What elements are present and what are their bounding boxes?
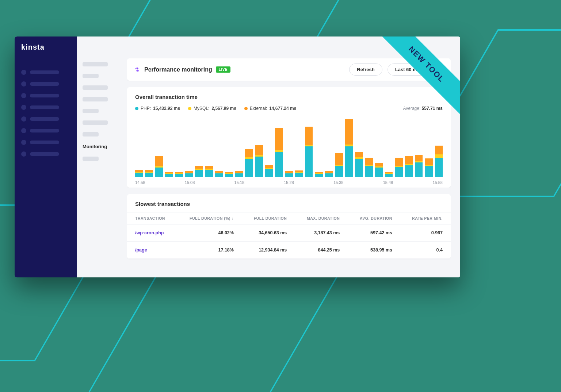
chart-title: Overall transaction time: [135, 94, 443, 100]
col-avg-duration[interactable]: AVG. DURATION: [348, 212, 400, 224]
cell-transaction[interactable]: /wp-cron.php: [127, 224, 177, 242]
chart-bar: [185, 171, 193, 177]
chart-bar: [345, 119, 353, 177]
chart-bar: [135, 170, 143, 177]
subnav-item[interactable]: [83, 62, 108, 66]
chart-bar: [335, 153, 343, 177]
subnav-item-monitoring[interactable]: Monitoring: [83, 144, 118, 149]
live-badge: LIVE: [216, 66, 230, 73]
table-header-row: TRANSACTION FULL DURATION (%) ↓ FULL DUR…: [127, 212, 451, 224]
chart-bar: [295, 170, 303, 177]
col-rate[interactable]: RATE PER MIN.: [400, 212, 451, 224]
subnav-item[interactable]: [83, 109, 99, 113]
legend-ext-value: 14,677.24 ms: [269, 106, 296, 111]
chart-bar: [205, 166, 213, 177]
chart-bar: [285, 171, 293, 177]
subnav-item[interactable]: [83, 97, 108, 101]
chart-bar: [365, 158, 373, 177]
chart-bar: [275, 128, 283, 177]
cell-rate: 0.4: [400, 242, 451, 259]
sidebar-item[interactable]: [21, 70, 70, 75]
cell-full-duration: 34,650.63 ms: [242, 224, 295, 242]
cell-avg-duration: 597.42 ms: [348, 224, 400, 242]
x-tick: 15:18: [234, 180, 244, 185]
toolbar-title: Performance monitoring: [144, 66, 212, 73]
subnav-item[interactable]: [83, 157, 99, 161]
col-max-duration[interactable]: MAX. DURATION: [295, 212, 348, 224]
chart-bar: [325, 171, 333, 177]
chart-bar: [235, 171, 243, 177]
sidebar-secondary: Monitoring: [77, 36, 124, 277]
chart-bar: [415, 155, 423, 177]
legend-ext-label: External:: [250, 106, 267, 111]
brand-logo: kinsta: [21, 43, 70, 51]
sidebar-nav-list: [21, 70, 70, 157]
main-content: Kinstalife ⚗ Performance monitoring LIVE…: [124, 36, 460, 277]
chart-bar: [425, 158, 432, 177]
chart-bar: [355, 152, 363, 177]
legend-dot-php: [135, 107, 138, 110]
cell-max-duration: 844.25 ms: [295, 242, 348, 259]
chevron-down-icon: ▾: [434, 68, 436, 72]
slowest-transactions-card: Slowest transactions TRANSACTION FULL DU…: [127, 194, 451, 259]
legend-dot-mysql: [188, 107, 191, 110]
cell-full-pct: 17.18%: [177, 242, 242, 259]
cell-full-duration: 12,934.84 ms: [242, 242, 295, 259]
stacked-bar-chart: [135, 116, 443, 178]
sidebar-item[interactable]: [21, 81, 70, 87]
col-transaction[interactable]: TRANSACTION: [127, 212, 177, 224]
chart-bar: [435, 146, 443, 177]
cell-rate: 0.967: [400, 224, 451, 242]
x-tick: 14:58: [135, 180, 145, 185]
legend-avg-label: Average:: [403, 106, 420, 111]
sort-descending-icon: ↓: [232, 216, 234, 220]
legend-php-value: 15,432.92 ms: [153, 106, 180, 111]
table-title: Slowest transactions: [127, 194, 451, 212]
legend-php-label: PHP:: [141, 106, 151, 111]
x-tick: 15:08: [185, 180, 195, 185]
chart-bar: [175, 172, 183, 177]
app-window: NEW TOOL kinsta Monitoring Kinstalife: [15, 36, 460, 277]
table-row[interactable]: /wp-cron.php46.02%34,650.63 ms3,187.43 m…: [127, 224, 451, 242]
x-tick: 15:28: [284, 180, 294, 185]
col-full-duration[interactable]: FULL DURATION: [242, 212, 295, 224]
chart-bar: [305, 127, 313, 177]
time-range-dropdown[interactable]: Last 60 minutes ▾: [388, 64, 443, 76]
chart-legend: PHP: 15,432.92 ms MySQL: 2,567.99 ms Ext…: [135, 106, 443, 111]
table-row[interactable]: /page17.18%12,934.84 ms844.25 ms538.95 m…: [127, 242, 451, 259]
sidebar-item[interactable]: [21, 151, 70, 157]
chart-bar: [165, 172, 173, 177]
chart-bar: [255, 145, 263, 177]
col-full-pct[interactable]: FULL DURATION (%) ↓: [177, 212, 242, 224]
flask-icon: ⚗: [134, 66, 139, 73]
sidebar-item[interactable]: [21, 105, 70, 110]
cell-full-pct: 46.02%: [177, 224, 242, 242]
sidebar-item[interactable]: [21, 93, 70, 98]
x-tick: 15:58: [432, 180, 443, 185]
chart-bar: [375, 163, 383, 177]
legend-avg-value: 557.71 ms: [422, 106, 443, 111]
sidebar-item[interactable]: [21, 128, 70, 133]
chart-bar: [265, 165, 273, 177]
chart-bar: [145, 170, 153, 177]
slowest-transactions-table: TRANSACTION FULL DURATION (%) ↓ FULL DUR…: [127, 212, 451, 259]
refresh-label: Refresh: [357, 67, 374, 72]
subnav-item[interactable]: [83, 120, 108, 125]
subnav-item[interactable]: [83, 132, 99, 137]
sidebar-item[interactable]: [21, 140, 70, 145]
cell-avg-duration: 538.95 ms: [348, 242, 400, 259]
refresh-button[interactable]: Refresh: [349, 64, 382, 76]
chart-bar: [195, 166, 203, 177]
chart-bar: [225, 172, 233, 177]
chart-x-axis: 14:5815:0815:1815:2815:3815:4815:58: [135, 178, 443, 185]
subnav-item[interactable]: [83, 74, 99, 78]
chart-bar: [385, 172, 393, 177]
cell-transaction[interactable]: /page: [127, 242, 177, 259]
chart-bar: [405, 156, 413, 177]
cell-max-duration: 3,187.43 ms: [295, 224, 348, 242]
legend-mysql-value: 2,567.99 ms: [211, 106, 236, 111]
chart-bar: [215, 171, 223, 177]
sidebar-item[interactable]: [21, 116, 70, 122]
subnav-item[interactable]: [83, 85, 108, 90]
chart-bar: [395, 158, 402, 177]
